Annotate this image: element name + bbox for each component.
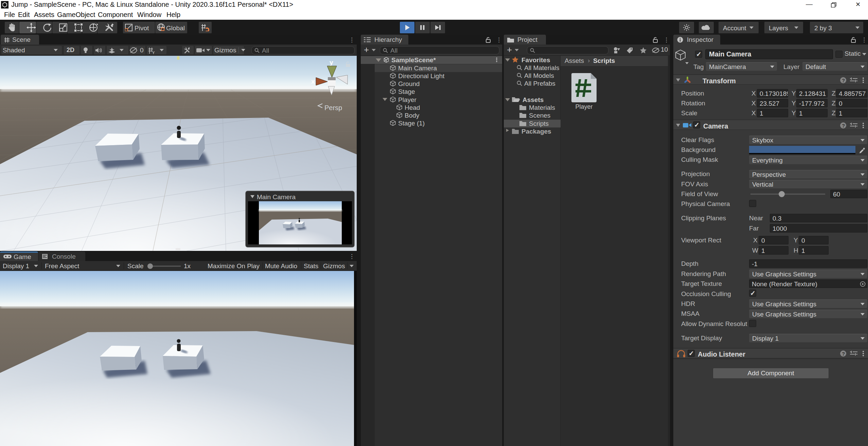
svg-text:Main Camera: Main Camera: [257, 193, 296, 201]
svg-text:Y: Y: [152, 51, 155, 54]
svg-text:?: ?: [842, 351, 845, 357]
svg-text:?: ?: [842, 123, 845, 128]
svg-text:y: y: [330, 59, 333, 66]
svg-text:?: ?: [842, 78, 845, 83]
svg-text:x: x: [311, 78, 315, 85]
svg-text:Persp: Persp: [324, 104, 342, 112]
